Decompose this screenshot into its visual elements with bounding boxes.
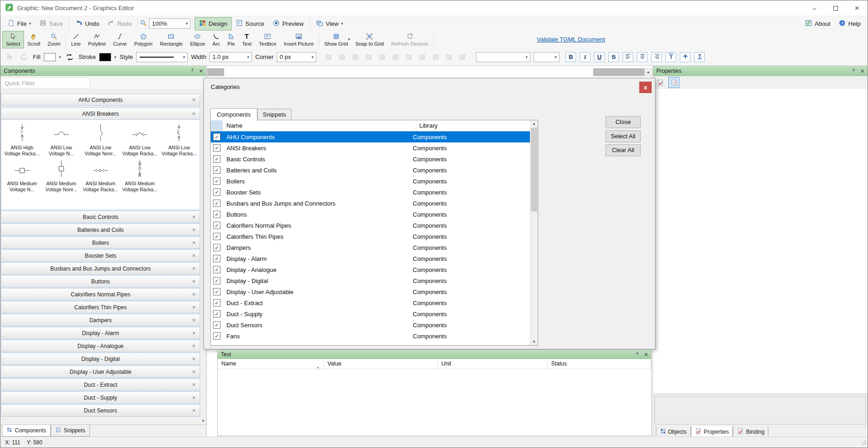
column-header-status[interactable]: Status bbox=[547, 359, 651, 369]
column-header-unit[interactable]: Unit bbox=[438, 359, 547, 369]
category-header-ansi-breakers[interactable]: ANSI Breakers × bbox=[1, 107, 200, 120]
scroll-down-icon[interactable]: ▼ bbox=[201, 419, 206, 423]
checkbox-checked-icon[interactable]: ✓ bbox=[213, 255, 220, 262]
scroll-down-icon[interactable]: ▼ bbox=[530, 338, 538, 345]
checkbox-checked-icon[interactable]: ✓ bbox=[213, 266, 220, 273]
component-item[interactable]: ANSI MediumVoltage Racka... bbox=[120, 159, 160, 193]
close-icon[interactable]: × bbox=[192, 96, 196, 103]
tab-snippets[interactable]: Snippets bbox=[51, 425, 90, 436]
clear-all-button[interactable]: Clear All bbox=[606, 144, 641, 156]
italic-button[interactable]: I bbox=[580, 52, 590, 62]
select-all-button[interactable]: Select All bbox=[606, 130, 641, 142]
pin-icon[interactable] bbox=[190, 68, 195, 75]
table-row[interactable]: ✓Calorifiers Normal PipesComponents bbox=[211, 220, 538, 231]
ungroup-icon[interactable] bbox=[337, 52, 348, 63]
table-row[interactable]: ✓ButtonsComponents bbox=[211, 209, 538, 220]
font-size-select[interactable]: ▾ bbox=[534, 52, 559, 62]
tool-polygon[interactable]: Polygon bbox=[131, 31, 156, 48]
flip-vertical-icon[interactable] bbox=[457, 52, 468, 63]
table-row[interactable]: ✓FansComponents bbox=[211, 330, 538, 342]
group-icon[interactable] bbox=[323, 52, 334, 63]
align-center-button[interactable] bbox=[637, 52, 648, 62]
category-header-busbars-and-bus-jumps-and-connectors[interactable]: Busbars and Bus Jumps and Connectors× bbox=[1, 262, 200, 275]
font-family-select[interactable]: ▾ bbox=[476, 52, 530, 62]
property-check-icon[interactable] bbox=[655, 77, 666, 88]
category-header-buttons[interactable]: Buttons× bbox=[1, 275, 200, 288]
name-column-header[interactable]: Name bbox=[223, 120, 416, 131]
tool-line[interactable]: Line bbox=[67, 31, 84, 48]
quick-filter-input[interactable] bbox=[1, 77, 90, 88]
fill-color-swatch[interactable] bbox=[44, 53, 56, 61]
category-header-batteries-and-coils[interactable]: Batteries and Coils× bbox=[1, 224, 200, 236]
close-icon[interactable]: × bbox=[192, 368, 196, 375]
tool-scroll[interactable]: Scroll bbox=[24, 31, 44, 48]
column-header-name[interactable]: Name▲ bbox=[218, 359, 324, 369]
close-icon[interactable]: × bbox=[192, 342, 196, 349]
help-button[interactable]: ? Help bbox=[834, 17, 865, 30]
rotate-left-icon[interactable] bbox=[417, 52, 428, 63]
checkbox-checked-icon[interactable]: ✓ bbox=[213, 166, 220, 174]
component-item[interactable]: ANSI MediumVoltage N... bbox=[2, 159, 42, 193]
component-item[interactable]: ANSI HighVoltage Racka... bbox=[2, 124, 42, 157]
library-column-header[interactable]: Library bbox=[416, 120, 538, 131]
checkbox-checked-icon[interactable]: ✓ bbox=[213, 189, 220, 196]
property-checklist-icon[interactable] bbox=[668, 77, 679, 88]
table-row[interactable]: ✓Booster SetsComponents bbox=[211, 187, 538, 198]
preview-mode-button[interactable]: Preview bbox=[268, 17, 308, 30]
valign-top-button[interactable]: T bbox=[666, 52, 676, 62]
source-mode-button[interactable]: Source bbox=[232, 17, 268, 30]
checkbox-checked-icon[interactable]: ✓ bbox=[213, 321, 220, 329]
dialog-tab-components[interactable]: Components bbox=[210, 108, 257, 120]
checkbox-checked-icon[interactable]: ✓ bbox=[213, 222, 220, 229]
close-icon[interactable]: × bbox=[192, 291, 196, 298]
chevron-down-icon[interactable]: ▾ bbox=[59, 55, 61, 59]
close-icon[interactable]: × bbox=[192, 278, 196, 285]
close-icon[interactable]: × bbox=[199, 68, 203, 74]
file-button[interactable]: File ▾ bbox=[3, 17, 35, 30]
close-icon[interactable]: × bbox=[192, 355, 196, 362]
table-row[interactable]: ✓Busbars and Bus Jumps and ConnectorsCom… bbox=[211, 198, 538, 209]
column-header-value[interactable]: Value bbox=[324, 359, 438, 369]
close-icon[interactable]: × bbox=[192, 226, 196, 233]
canvas-horizontal-scrollbar[interactable] bbox=[207, 68, 644, 76]
tool-rectangle[interactable]: Rectangle bbox=[156, 31, 187, 48]
table-row[interactable]: ✓Display - User AdjustableComponents bbox=[211, 286, 538, 297]
component-item[interactable]: ANSI MediumVoltage Nonr... bbox=[42, 159, 81, 193]
close-icon[interactable]: × bbox=[192, 110, 196, 117]
valign-bottom-button[interactable]: T bbox=[694, 52, 705, 62]
table-row[interactable]: ✓Basic ControlsComponents bbox=[211, 153, 538, 165]
picture-fill-icon[interactable] bbox=[404, 52, 415, 63]
pin-icon[interactable] bbox=[635, 351, 640, 358]
category-header-display-user-adjustable[interactable]: Display - User Adjustable× bbox=[1, 365, 200, 378]
tab-components[interactable]: Components bbox=[2, 425, 51, 436]
close-icon[interactable]: × bbox=[192, 317, 196, 324]
table-row[interactable]: ✓Duct SensorsComponents bbox=[211, 319, 538, 330]
checkbox-checked-icon[interactable]: ✓ bbox=[213, 133, 220, 141]
close-icon[interactable]: × bbox=[192, 381, 196, 388]
rotate-right-icon[interactable] bbox=[430, 52, 441, 63]
strikethrough-button[interactable]: S bbox=[608, 52, 619, 62]
checkbox-checked-icon[interactable]: ✓ bbox=[213, 332, 220, 340]
stroke-color-swatch[interactable] bbox=[99, 53, 111, 61]
pin-icon[interactable] bbox=[851, 68, 856, 75]
tool-curve[interactable]: Curve bbox=[110, 31, 131, 48]
checkbox-checked-icon[interactable]: ✓ bbox=[213, 211, 220, 218]
component-item[interactable]: ANSI MediumVoltage Racka... bbox=[81, 159, 120, 193]
tab-objects[interactable]: Objects bbox=[656, 426, 691, 437]
close-icon[interactable]: × bbox=[192, 330, 196, 336]
checkbox-checked-icon[interactable]: ✓ bbox=[213, 299, 220, 307]
table-row[interactable]: ✓BoilersComponents bbox=[211, 176, 538, 187]
tool-ellipse[interactable]: Ellipse bbox=[186, 31, 208, 48]
component-item[interactable]: ANSI LowVoltage N... bbox=[42, 124, 81, 157]
close-icon[interactable]: × bbox=[846, 0, 868, 16]
table-row[interactable]: ✓Duct - SupplyComponents bbox=[211, 308, 538, 319]
align-left-button[interactable] bbox=[623, 52, 633, 62]
category-header-display-alarm[interactable]: Display - Alarm× bbox=[1, 327, 200, 339]
save-button[interactable]: Save bbox=[35, 17, 67, 30]
corner-radius-select[interactable]: 0 px ▾ bbox=[277, 52, 316, 62]
edit-points-icon[interactable] bbox=[4, 52, 15, 63]
scrollbar-thumb[interactable] bbox=[224, 68, 593, 76]
close-icon[interactable]: × bbox=[192, 239, 196, 246]
checkbox-checked-icon[interactable]: ✓ bbox=[213, 288, 220, 295]
dialog-close-icon[interactable]: x bbox=[639, 82, 652, 93]
